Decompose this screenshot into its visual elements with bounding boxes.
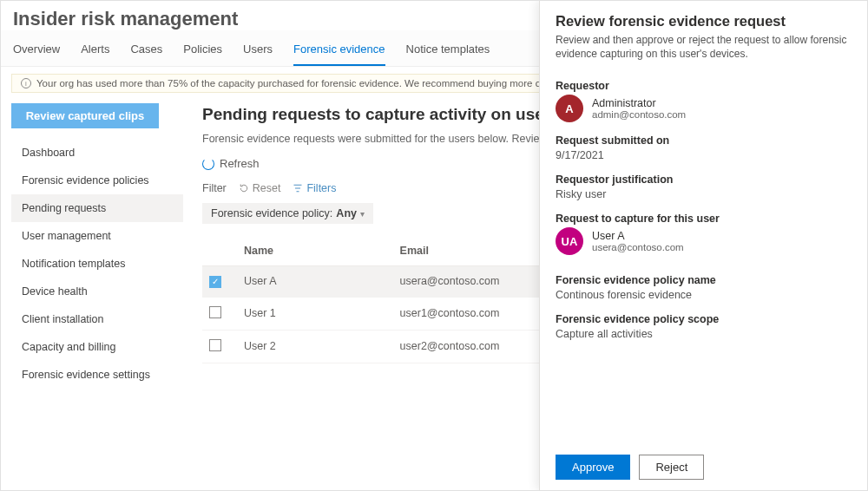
avatar: A xyxy=(556,95,583,122)
submitted-label: Request submitted on xyxy=(556,134,852,147)
cell-name: User 2 xyxy=(237,330,393,363)
details-panel: Review forensic evidence request Review … xyxy=(539,1,867,490)
user-email: usera@contoso.com xyxy=(592,242,684,252)
sidebar-item-policies[interactable]: Forensic evidence policies xyxy=(11,167,183,194)
policy-scope-value: Capture all activities xyxy=(556,328,852,340)
open-filters-button[interactable]: Filters xyxy=(293,182,336,194)
requestor-persona: A Administrator admin@contoso.com xyxy=(556,95,852,122)
cell-name: User A xyxy=(237,266,393,298)
requestor-email: admin@contoso.com xyxy=(592,109,686,120)
approve-button[interactable]: Approve xyxy=(556,455,630,480)
refresh-button[interactable]: Refresh xyxy=(202,157,260,170)
cell-name: User 1 xyxy=(237,297,393,330)
requestor-label: Requestor xyxy=(556,80,852,92)
policy-chip-prefix: Forensic evidence policy: xyxy=(211,207,332,219)
col-name[interactable]: Name xyxy=(237,236,393,266)
policy-chip-value: Any xyxy=(336,207,357,219)
row-checkbox[interactable] xyxy=(209,306,221,318)
sidebar-item-device-health[interactable]: Device health xyxy=(11,278,183,305)
sidebar-item-dashboard[interactable]: Dashboard xyxy=(11,139,183,167)
panel-subtitle: Review and then approve or reject the re… xyxy=(556,33,852,61)
justification-label: Requestor justification xyxy=(556,173,852,186)
row-checkbox[interactable] xyxy=(209,339,221,351)
requestor-name: Administrator xyxy=(592,97,686,109)
tab-users[interactable]: Users xyxy=(243,37,273,66)
reset-icon xyxy=(239,183,249,193)
policy-filter-chip[interactable]: Forensic evidence policy: Any ▾ xyxy=(202,203,373,224)
refresh-label: Refresh xyxy=(220,157,260,170)
tab-overview[interactable]: Overview xyxy=(13,37,60,66)
reset-label: Reset xyxy=(253,182,281,194)
filter-icon xyxy=(293,183,303,193)
page-title: Insider risk management xyxy=(1,1,238,30)
sidebar-item-pending-requests[interactable]: Pending requests xyxy=(11,194,183,222)
sidebar-item-capacity-billing[interactable]: Capacity and billing xyxy=(11,333,183,361)
sidebar-item-user-management[interactable]: User management xyxy=(11,222,183,250)
justification-value: Risky user xyxy=(556,188,852,200)
policy-name-value: Continous forensic evidence xyxy=(556,289,852,301)
policy-name-label: Forensic evidence policy name xyxy=(556,274,852,286)
filters-label: Filters xyxy=(306,182,336,194)
tab-policies[interactable]: Policies xyxy=(183,37,222,66)
info-icon: i xyxy=(21,78,31,88)
filter-label: Filter xyxy=(202,182,227,194)
reset-filter-button[interactable]: Reset xyxy=(239,182,281,194)
capture-label: Request to capture for this user xyxy=(556,213,852,225)
review-captured-clips-button[interactable]: Review captured clips xyxy=(11,103,159,128)
reject-button[interactable]: Reject xyxy=(639,455,704,480)
avatar: UA xyxy=(556,227,583,255)
user-persona: UA User A usera@contoso.com xyxy=(556,227,852,255)
submitted-value: 9/17/2021 xyxy=(556,149,852,161)
chevron-down-icon: ▾ xyxy=(360,209,365,219)
tab-cases[interactable]: Cases xyxy=(130,37,162,66)
sidebar-item-forensic-settings[interactable]: Forensic evidence settings xyxy=(11,361,183,389)
tab-notice-templates[interactable]: Notice templates xyxy=(406,37,490,66)
panel-title: Review forensic evidence request xyxy=(556,13,852,29)
user-name: User A xyxy=(592,230,684,242)
policy-scope-label: Forensic evidence policy scope xyxy=(556,313,852,325)
tab-forensic-evidence[interactable]: Forensic evidence xyxy=(293,37,385,66)
sidebar-item-notification-templates[interactable]: Notification templates xyxy=(11,250,183,278)
refresh-icon xyxy=(202,158,214,170)
row-checkbox[interactable]: ✓ xyxy=(209,276,221,288)
tab-alerts[interactable]: Alerts xyxy=(81,37,109,66)
sidebar-item-client-installation[interactable]: Client installation xyxy=(11,305,183,333)
